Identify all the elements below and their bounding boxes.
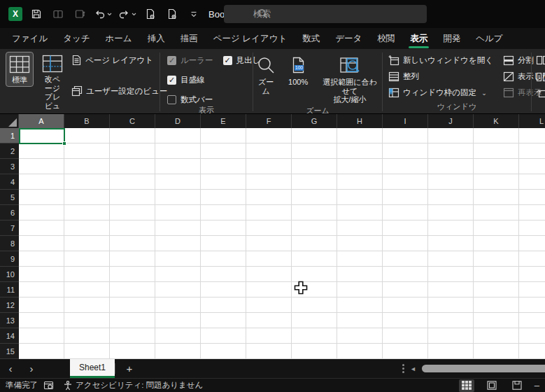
tab-ホーム[interactable]: ホーム <box>98 28 140 49</box>
cell-L6[interactable] <box>519 205 545 220</box>
cell-J12[interactable] <box>428 298 474 313</box>
zoom-100-button[interactable]: 100 100% <box>285 53 311 88</box>
cell-G6[interactable] <box>292 205 337 220</box>
cell-E7[interactable] <box>201 220 246 236</box>
cell-E5[interactable] <box>201 190 246 205</box>
cell-C1[interactable] <box>110 128 155 144</box>
cell-I12[interactable] <box>383 298 428 313</box>
scrollbar-drag-handle[interactable] <box>402 364 404 373</box>
cell-C3[interactable] <box>110 159 155 174</box>
cell-C15[interactable] <box>110 344 155 359</box>
cell-F10[interactable] <box>246 267 292 282</box>
view-side-by-side-icon[interactable] <box>536 55 545 65</box>
tab-描画[interactable]: 描画 <box>173 28 206 49</box>
cell-D3[interactable] <box>155 159 201 174</box>
zoom-out-button[interactable]: – <box>535 380 539 391</box>
column-header-H[interactable]: H <box>337 114 383 128</box>
prev-sheet-button[interactable]: ‹ <box>0 359 21 378</box>
cell-H2[interactable] <box>337 144 383 159</box>
cell-C5[interactable] <box>110 190 155 205</box>
cell-I3[interactable] <box>383 159 428 174</box>
cell-A14[interactable] <box>19 328 64 344</box>
row-header-13[interactable]: 13 <box>0 313 19 328</box>
cell-L2[interactable] <box>519 144 545 159</box>
cell-G4[interactable] <box>292 174 337 190</box>
cell-G7[interactable] <box>292 220 337 236</box>
cell-J11[interactable] <box>428 282 474 298</box>
cell-G14[interactable] <box>292 328 337 344</box>
cell-G11[interactable] <box>292 282 337 298</box>
cell-A5[interactable] <box>19 190 64 205</box>
cell-F11[interactable] <box>246 282 292 298</box>
column-header-I[interactable]: I <box>383 114 428 128</box>
cell-J5[interactable] <box>428 190 474 205</box>
resize-window-icon[interactable] <box>72 6 87 22</box>
column-header-G[interactable]: G <box>292 114 337 128</box>
cell-D8[interactable] <box>155 236 201 251</box>
next-sheet-button[interactable]: › <box>21 359 42 378</box>
cell-J10[interactable] <box>428 267 474 282</box>
cell-E13[interactable] <box>201 313 246 328</box>
cell-C8[interactable] <box>110 236 155 251</box>
cell-J14[interactable] <box>428 328 474 344</box>
cell-F2[interactable] <box>246 144 292 159</box>
synchronous-scrolling-icon[interactable] <box>536 72 545 82</box>
zoom-to-selection-button[interactable]: 選択範囲に合わせて 拡大/縮小 <box>318 53 382 106</box>
cell-L8[interactable] <box>519 236 545 251</box>
cell-L1[interactable] <box>519 128 545 144</box>
cell-H3[interactable] <box>337 159 383 174</box>
cell-C4[interactable] <box>110 174 155 190</box>
cell-B10[interactable] <box>64 267 110 282</box>
cell-B15[interactable] <box>64 344 110 359</box>
cell-A4[interactable] <box>19 174 64 190</box>
cell-D6[interactable] <box>155 205 201 220</box>
tab-数式[interactable]: 数式 <box>295 28 327 49</box>
cell-I10[interactable] <box>383 267 428 282</box>
row-header-3[interactable]: 3 <box>0 159 19 174</box>
add-sheet-button[interactable]: + <box>115 359 143 378</box>
cell-H10[interactable] <box>337 267 383 282</box>
row-header-4[interactable]: 4 <box>0 174 19 190</box>
cell-B6[interactable] <box>64 205 110 220</box>
cell-I5[interactable] <box>383 190 428 205</box>
cell-B3[interactable] <box>64 159 110 174</box>
cell-K2[interactable] <box>474 144 519 159</box>
sheet-tab-sheet1[interactable]: Sheet1 <box>70 359 115 378</box>
cell-L7[interactable] <box>519 220 545 236</box>
cell-F9[interactable] <box>246 251 292 267</box>
cell-H1[interactable] <box>337 128 383 144</box>
cell-F6[interactable] <box>246 205 292 220</box>
cell-F1[interactable] <box>246 128 292 144</box>
cell-C12[interactable] <box>110 298 155 313</box>
tab-挿入[interactable]: 挿入 <box>140 28 173 49</box>
cell-L9[interactable] <box>519 251 545 267</box>
cell-J3[interactable] <box>428 159 474 174</box>
cell-E11[interactable] <box>201 282 246 298</box>
cell-H13[interactable] <box>337 313 383 328</box>
redo-button[interactable] <box>118 8 136 20</box>
cell-G2[interactable] <box>292 144 337 159</box>
tab-ファイル[interactable]: ファイル <box>4 28 55 49</box>
status-page-break-preview-button[interactable] <box>509 379 525 392</box>
row-header-2[interactable]: 2 <box>0 144 19 159</box>
cell-D14[interactable] <box>155 328 201 344</box>
cell-E4[interactable] <box>201 174 246 190</box>
column-header-C[interactable]: C <box>110 114 155 128</box>
cell-A9[interactable] <box>19 251 64 267</box>
cell-D5[interactable] <box>155 190 201 205</box>
scroll-left-arrow-icon[interactable]: ◄ <box>410 365 416 372</box>
cell-D11[interactable] <box>155 282 201 298</box>
print-icon[interactable] <box>164 6 180 22</box>
book-icon[interactable] <box>50 6 66 22</box>
row-header-1[interactable]: 1 <box>0 128 19 144</box>
new-window-button[interactable]: 新しいウィンドウを開く <box>388 55 493 66</box>
row-header-8[interactable]: 8 <box>0 236 19 251</box>
cell-D13[interactable] <box>155 313 201 328</box>
cell-E14[interactable] <box>201 328 246 344</box>
row-header-11[interactable]: 11 <box>0 282 19 298</box>
cell-E6[interactable] <box>201 205 246 220</box>
cell-J7[interactable] <box>428 220 474 236</box>
cell-G13[interactable] <box>292 313 337 328</box>
cell-G3[interactable] <box>292 159 337 174</box>
gridlines-checkbox[interactable]: ✓ 目盛線 <box>167 75 213 85</box>
